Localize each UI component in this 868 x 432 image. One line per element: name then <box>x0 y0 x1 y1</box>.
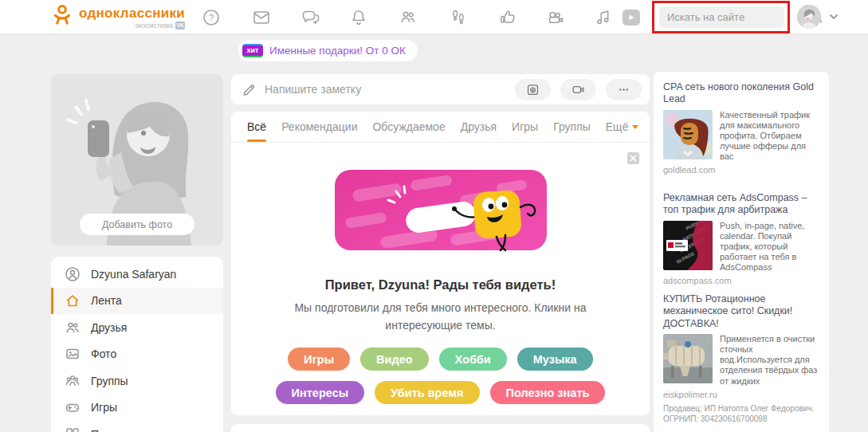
search-input[interactable] <box>659 11 811 23</box>
vk-badge: VK <box>175 22 185 29</box>
messages-icon[interactable] <box>252 8 271 27</box>
ok-logo-icon <box>51 3 73 33</box>
account-chevron-down-icon[interactable] <box>827 10 840 23</box>
attach-photo-button[interactable] <box>515 79 551 100</box>
ad-domain[interactable]: adscompass.com <box>663 276 821 285</box>
sidebar-item-label: Группы <box>91 375 128 387</box>
ad-body: Качественный трафик для максимального пр… <box>720 110 821 163</box>
pencil-icon <box>242 82 257 96</box>
tab-more[interactable]: Ещё <box>606 112 639 142</box>
topic-hobby-button[interactable]: Хобби <box>439 348 507 371</box>
topic-games-button[interactable]: Игры <box>288 348 350 371</box>
ok-video-play-icon[interactable] <box>623 10 640 26</box>
ad-image[interactable] <box>663 110 713 159</box>
guests-footprints-icon[interactable] <box>449 8 468 27</box>
topics-row-2: Интересы Убить время Полезно знать <box>231 381 650 404</box>
help-icon[interactable]: ? <box>202 8 221 27</box>
sidebar-item-games[interactable]: Игры <box>51 395 223 422</box>
topic-interests-button[interactable]: Интересы <box>276 381 365 404</box>
ad-domain[interactable]: goldlead.com <box>663 165 821 175</box>
ad-body: Push, in-page, native, calendar. Покупай… <box>720 221 821 273</box>
gamepad-icon <box>65 399 81 415</box>
attach-video-button[interactable] <box>560 79 596 100</box>
friends-icon <box>65 320 81 336</box>
groups-icon <box>65 373 81 389</box>
ad-goldlead[interactable]: CPA сеть нового поколения Gold Lead <box>663 81 821 175</box>
next-feed-card <box>231 424 650 432</box>
topics-row-1: Игры Видео Хобби Музыка <box>231 348 650 371</box>
brand-name: одноклассники <box>79 6 185 22</box>
sidebar-item-label: Игры <box>91 401 117 414</box>
ad-seller-line: Продавец: ИП Натопта Олег Федорович. <box>663 403 821 414</box>
sidebar-item-profile[interactable]: Dzyuna Safaryan <box>51 261 223 288</box>
ad-adscompass[interactable]: Рекламная сеть AdsCompass – топ трафик д… <box>663 192 821 285</box>
feed-card: Всё Рекомендации Обсуждаемое Друзья Игры… <box>231 112 650 415</box>
ad-body: Применяется в очистки сточных вод.Исполь… <box>720 334 821 387</box>
likes-thumb-icon[interactable] <box>498 8 517 27</box>
composer-placeholder[interactable]: Напишите заметку <box>265 83 505 96</box>
friends-icon[interactable] <box>399 8 418 27</box>
tab-groups[interactable]: Группы <box>553 112 591 142</box>
topic-video-button[interactable]: Видео <box>360 348 429 371</box>
hit-badge: хит <box>242 44 263 57</box>
music-icon[interactable] <box>594 8 613 27</box>
sidebar-item-label: Приложения <box>91 428 156 432</box>
sidebar-item-label: Фото <box>91 348 116 360</box>
sidebar-item-label: Друзья <box>91 321 127 334</box>
sidebar-item-friends[interactable]: Друзья <box>51 314 223 341</box>
site-search <box>659 6 784 28</box>
ad-sieve[interactable]: КУПИТЬ Ротационное механическое сито! Ск… <box>663 293 821 424</box>
camera-icon <box>526 83 540 96</box>
tab-recommendations[interactable]: Рекомендации <box>281 112 357 142</box>
more-options-button[interactable] <box>606 79 642 100</box>
video-camera-icon <box>571 83 585 96</box>
ok-social-page: одноклассники экосистема VK ? <box>0 0 868 432</box>
ad-image[interactable]: PUSH IN-PA NATIVE PU CALENDAR IN-PAGE <box>663 221 713 270</box>
ad-title[interactable]: CPA сеть нового поколения Gold Lead <box>663 81 821 106</box>
topic-killtime-button[interactable]: Убить время <box>375 381 479 404</box>
photo-icon <box>65 346 81 362</box>
feed-tabs: Всё Рекомендации Обсуждаемое Друзья Игры… <box>231 112 650 143</box>
tab-friends[interactable]: Друзья <box>461 112 497 142</box>
topic-useful-button[interactable]: Полезно знать <box>490 381 606 404</box>
sidebar-item-label: Лента <box>91 294 122 307</box>
note-composer: Напишите заметку <box>231 74 650 104</box>
welcome-illustration <box>332 167 549 253</box>
ad-title[interactable]: КУПИТЬ Ротационное механическое сито! Ск… <box>663 293 821 330</box>
ellipsis-icon <box>617 83 630 96</box>
brand-subtitle: экосистема VK <box>135 22 185 29</box>
sidebar-item-groups[interactable]: Группы <box>51 367 223 395</box>
sidebar-item-photos[interactable]: Фото <box>51 341 223 368</box>
sidebar-item-feed[interactable]: Лента <box>51 288 223 315</box>
close-welcome-button[interactable] <box>627 152 639 164</box>
videos-camera-icon[interactable] <box>546 8 565 27</box>
chevron-down-icon <box>632 125 638 129</box>
sidebar-item-label: Dzyuna Safaryan <box>91 268 176 281</box>
notifications-bell-icon[interactable] <box>349 8 368 27</box>
welcome-subtitle: Мы подготовили для тебя много интересног… <box>265 300 616 334</box>
chats-icon[interactable] <box>301 8 320 27</box>
apps-grid-icon <box>65 426 81 432</box>
tab-discussed[interactable]: Обсуждаемое <box>372 112 445 142</box>
welcome-title: Привет, Dzyuna! Рады тебя видеть! <box>231 277 650 293</box>
ad-image[interactable] <box>663 334 713 383</box>
topic-music-button[interactable]: Музыка <box>517 348 593 371</box>
promo-text: Именные подарки! От 0 ОК <box>269 45 406 57</box>
add-photo-button[interactable]: Добавить фото <box>80 214 194 235</box>
ad-ogrnip-line: ОГРНИП: 304230616700098 <box>663 414 821 424</box>
close-icon <box>630 155 637 162</box>
profile-photo-placeholder: Добавить фото <box>51 74 223 245</box>
user-avatar[interactable] <box>797 5 821 29</box>
gifts-promo-banner[interactable]: хит Именные подарки! От 0 ОК <box>238 40 418 61</box>
tab-all[interactable]: Всё <box>247 112 266 142</box>
ad-seller-info: Продавец: ИП Натопта Олег Федорович. ОГР… <box>663 403 821 424</box>
top-navigation-bar: одноклассники экосистема VK ? <box>0 0 868 34</box>
ok-logo[interactable]: одноклассники экосистема VK <box>51 3 185 33</box>
home-icon <box>65 293 81 308</box>
ad-title[interactable]: Рекламная сеть AdsCompass – топ трафик д… <box>663 192 821 217</box>
left-navigation: Dzyuna Safaryan Лента Друзья Фото Группы <box>51 257 223 432</box>
profile-icon <box>65 266 81 282</box>
tab-games[interactable]: Игры <box>512 112 538 142</box>
ad-domain[interactable]: eiskpolimer.ru <box>663 390 821 399</box>
sidebar-item-apps[interactable]: Приложения <box>51 421 223 432</box>
